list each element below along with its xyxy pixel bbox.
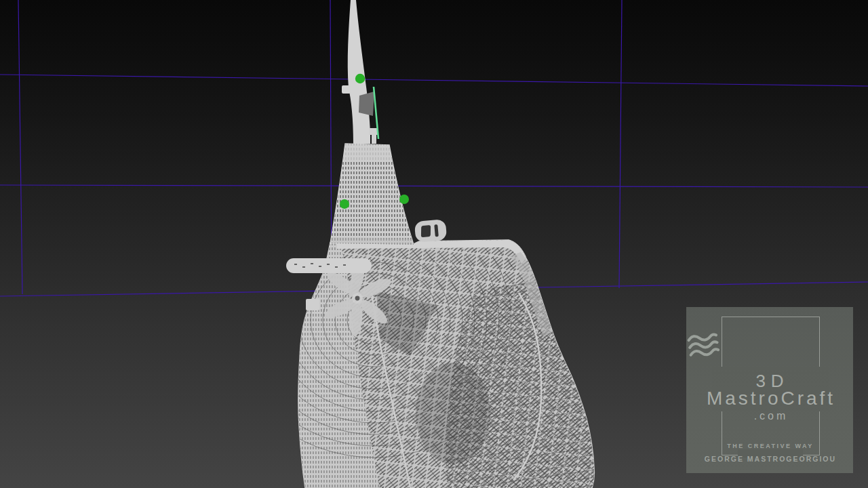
mast-antenna xyxy=(369,128,378,135)
watermark-panel: 3D MastroCraft .com THE CREATIVE WAY GEO… xyxy=(686,307,853,473)
bow-plane xyxy=(286,258,372,273)
conning-tower-sail xyxy=(326,141,420,249)
hull-wireframe xyxy=(225,182,604,488)
mast-antenna xyxy=(372,134,376,144)
vertex-marker-green xyxy=(399,195,409,204)
logo-author: GEORGE MASTROGEORGIOU xyxy=(686,455,853,463)
logo-tagline: THE CREATIVE WAY xyxy=(686,443,853,449)
grid-line-horizontal-2 xyxy=(0,185,868,187)
hull-side-step xyxy=(306,299,319,310)
logo-title-main: MastroCraft xyxy=(686,388,853,409)
viewport-3d[interactable]: 3D MastroCraft .com THE CREATIVE WAY GEO… xyxy=(0,0,868,488)
grid-line-vertical-1 xyxy=(18,0,22,294)
mast-flag xyxy=(359,92,374,116)
deck-handle xyxy=(414,219,448,243)
submarine-model[interactable] xyxy=(225,0,604,488)
vertex-marker-green xyxy=(340,199,349,209)
logo-title-domain: .com xyxy=(686,410,853,422)
periscope-mast xyxy=(342,0,378,144)
grid-line-vertical-3 xyxy=(619,0,622,288)
vertex-marker-green xyxy=(355,74,365,83)
hull-shade-patch xyxy=(416,363,490,464)
grid-line-horizontal-1 xyxy=(0,75,868,86)
mast-nub xyxy=(342,85,351,94)
